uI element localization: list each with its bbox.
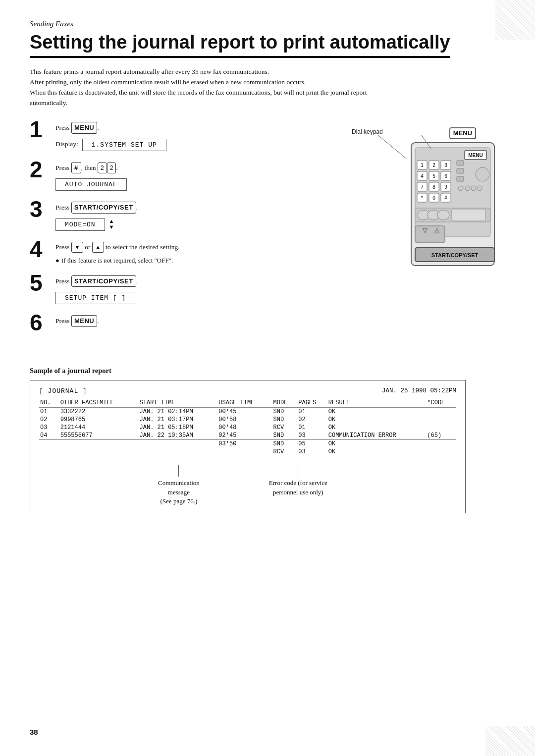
- cell-no: 04: [39, 432, 59, 440]
- svg-text:8: 8: [432, 184, 435, 190]
- journal-section: Sample of a journal report [ JOURNAL ] J…: [30, 367, 505, 513]
- cell-usage: 02'45: [217, 432, 272, 440]
- table-row: 03'50 SND 05 OK: [39, 440, 456, 448]
- journal-date: JAN. 25 1998 05:22PM: [382, 387, 456, 395]
- journal-table-wrapper: [ JOURNAL ] JAN. 25 1998 05:22PM NO. OTH…: [30, 380, 466, 513]
- step-3-number: 3: [30, 198, 55, 220]
- svg-text:MENU: MENU: [453, 129, 472, 137]
- svg-text:5: 5: [432, 173, 435, 179]
- annotation-text-1: Communicationmessage(See page 76.): [158, 479, 200, 506]
- svg-rect-44: [415, 226, 445, 243]
- cell-usage: 03'50: [217, 440, 272, 448]
- cell-pages: 01: [297, 424, 327, 432]
- cell-no: [39, 448, 59, 456]
- svg-text:▽: ▽: [423, 226, 428, 234]
- annotation-line-2: [298, 465, 298, 477]
- col-no: NO.: [39, 399, 59, 408]
- cell-pages: 03: [297, 448, 327, 456]
- intro-line-1: This feature prints a journal report aut…: [30, 68, 269, 75]
- step-3-display-with-arrows: MODE=ON ▲ ▼: [55, 217, 114, 231]
- cell-result: OK: [327, 440, 426, 448]
- menu-key-1[interactable]: MENU: [71, 122, 97, 134]
- step-3-display-row: MODE=ON ▲ ▼: [55, 217, 332, 231]
- cell-no: 03: [39, 424, 59, 432]
- step-5-display: SETUP ITEM [ ]: [55, 292, 135, 304]
- intro-text: This feature prints a journal report aut…: [30, 67, 376, 108]
- cell-start: [139, 440, 218, 448]
- svg-text:2: 2: [432, 162, 435, 168]
- svg-rect-31: [457, 161, 464, 165]
- cell-usage: 00'48: [217, 424, 272, 432]
- table-row: 01 3332222 JAN. 21 02:14PM 00'45 SND 01 …: [39, 408, 456, 416]
- annotation-error-code: Error code (for servicepersonnel use onl…: [269, 465, 327, 506]
- step-1-display: 1.SYSTEM SET UP: [82, 139, 166, 151]
- cell-pages: 01: [297, 408, 327, 416]
- col-start: START TIME: [139, 399, 218, 408]
- steps-device-row: 1 Press MENU. Display: 1.SYSTEM SET UP 2…: [30, 120, 505, 343]
- steps-column: 1 Press MENU. Display: 1.SYSTEM SET UP 2…: [30, 120, 332, 343]
- cell-code: [426, 408, 456, 416]
- step-3-content: Press START/COPY/SET. MODE=ON ▲ ▼: [55, 200, 332, 231]
- journal-col-header-row: NO. OTHER FACSIMILE START TIME USAGE TIM…: [39, 399, 456, 408]
- cell-result: OK: [327, 416, 426, 424]
- step-4-note: ●If this feature is not required, select…: [55, 257, 332, 265]
- svg-text:7: 7: [421, 184, 424, 190]
- cell-start: JAN. 21 03:17PM: [139, 416, 218, 424]
- svg-text:0: 0: [432, 195, 435, 201]
- step-5-content: Press START/COPY/SET. SETUP ITEM [ ]: [55, 273, 332, 305]
- cell-code: [426, 424, 456, 432]
- start-key-5[interactable]: START/COPY/SET: [71, 275, 136, 287]
- step-2-display: AUTO JOURNAL: [55, 178, 127, 191]
- svg-rect-43: [452, 209, 485, 221]
- cell-mode: SND: [272, 432, 298, 440]
- cell-code: (65): [426, 432, 456, 440]
- cell-pages: 03: [297, 432, 327, 440]
- step-3-instruction: Press START/COPY/SET.: [55, 202, 332, 214]
- annotation-line-1: [178, 465, 179, 477]
- start-key-3[interactable]: START/COPY/SET: [71, 202, 136, 214]
- svg-point-35: [465, 186, 470, 191]
- svg-point-34: [458, 186, 463, 191]
- cell-pages: 05: [297, 440, 327, 448]
- svg-text:9: 9: [444, 184, 447, 190]
- step-2: 2 Press #, then 22. AUTO JOURNAL: [30, 160, 332, 191]
- cell-result: OK: [327, 408, 426, 416]
- corner-texture-br: [485, 726, 535, 756]
- cell-other: 555556677: [59, 432, 139, 440]
- svg-line-0: [377, 135, 406, 159]
- svg-text:4: 4: [421, 173, 424, 179]
- col-usage: USAGE TIME: [217, 399, 272, 408]
- annotation-text-2: Error code (for servicepersonnel use onl…: [269, 479, 327, 496]
- page-title: Setting the journal report to print auto…: [30, 32, 450, 58]
- dial-keypad-label: Dial keypad: [352, 128, 383, 135]
- cell-mode: SND: [272, 440, 298, 448]
- up-btn[interactable]: ▲: [92, 242, 104, 253]
- cell-other: [59, 440, 139, 448]
- cell-mode: RCV: [272, 448, 298, 456]
- table-row: RCV 03 OK: [39, 448, 456, 456]
- journal-table: NO. OTHER FACSIMILE START TIME USAGE TIM…: [39, 399, 456, 456]
- bullet-icon: ●: [55, 257, 59, 264]
- device-column: Dial keypad MENU MENU 1 2 3 4 5: [347, 125, 505, 285]
- step-2-display-row: AUTO JOURNAL: [55, 177, 332, 191]
- step-4: 4 Press ▼ or ▲ to select the desired set…: [30, 240, 332, 265]
- key-2b[interactable]: 2: [107, 162, 116, 173]
- key-2a[interactable]: 2: [98, 162, 107, 173]
- hash-key[interactable]: #: [71, 162, 81, 174]
- col-pages: PAGES: [297, 399, 327, 408]
- col-result: RESULT: [327, 399, 426, 408]
- svg-rect-33: [457, 176, 464, 181]
- step-5-instruction: Press START/COPY/SET.: [55, 275, 332, 287]
- down-btn[interactable]: ▼: [71, 242, 83, 253]
- cell-result: OK: [327, 448, 426, 456]
- table-row: 04 555556677 JAN. 22 10:35AM 02'45 SND 0…: [39, 432, 456, 440]
- corner-texture-tr: [495, 0, 535, 40]
- svg-text:△: △: [434, 226, 439, 234]
- cell-mode: RCV: [272, 424, 298, 432]
- cell-other: 2121444: [59, 424, 139, 432]
- menu-key-6[interactable]: MENU: [71, 315, 97, 327]
- page-number: 38: [30, 728, 38, 736]
- cell-code: [426, 440, 456, 448]
- intro-line-3: When this feature is deactivated, the un…: [30, 89, 367, 107]
- step-5-display-row: SETUP ITEM [ ]: [55, 291, 332, 304]
